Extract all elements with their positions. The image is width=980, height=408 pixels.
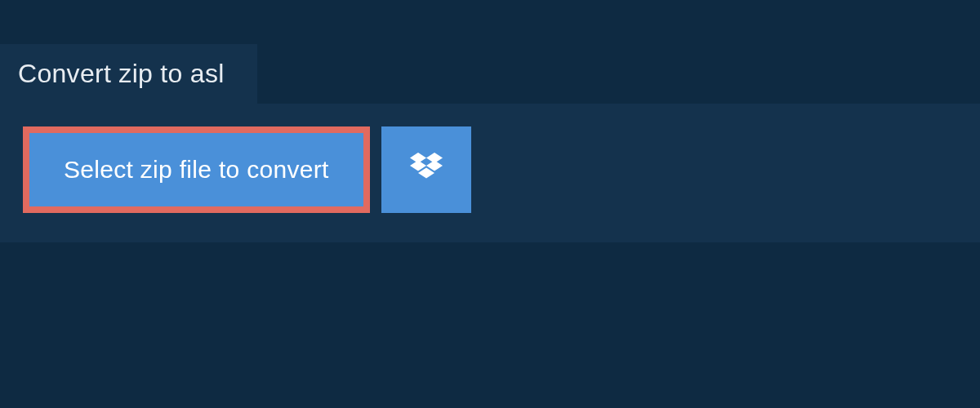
tab-header: Convert zip to asl <box>0 44 257 104</box>
select-file-label: Select zip file to convert <box>64 156 329 184</box>
tab-title: Convert zip to asl <box>18 59 225 89</box>
main-panel: Select zip file to convert <box>0 104 980 242</box>
dropbox-button[interactable] <box>381 126 471 213</box>
select-file-button[interactable]: Select zip file to convert <box>23 126 370 213</box>
button-row: Select zip file to convert <box>23 126 957 213</box>
dropbox-icon <box>410 153 443 187</box>
